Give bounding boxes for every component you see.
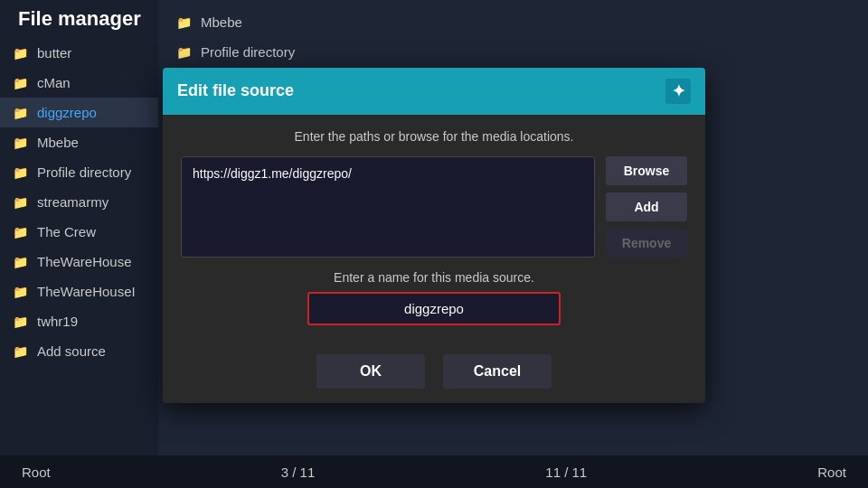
name-input[interactable]	[307, 292, 561, 325]
modal-overlay: Edit file source ✦ Enter the paths or br…	[0, 0, 868, 488]
modal-title: Edit file source	[177, 81, 294, 100]
name-section: Enter a name for this media source.	[181, 270, 687, 325]
name-label: Enter a name for this media source.	[181, 270, 687, 285]
cancel-button[interactable]: Cancel	[443, 354, 552, 389]
url-value: https://diggz1.me/diggzrepo/	[193, 166, 352, 181]
modal-description: Enter the paths or browse for the media …	[181, 129, 687, 144]
name-input-wrapper	[181, 292, 687, 325]
media-location-row: https://diggz1.me/diggzrepo/ Browse Add …	[181, 156, 687, 258]
modal-close-button[interactable]: ✦	[665, 79, 691, 104]
add-button[interactable]: Add	[606, 192, 687, 221]
kodi-icon: ✦	[672, 81, 685, 101]
modal-body: Enter the paths or browse for the media …	[163, 115, 705, 340]
edit-file-source-modal: Edit file source ✦ Enter the paths or br…	[163, 68, 705, 403]
modal-footer: OK Cancel	[163, 340, 705, 403]
url-display[interactable]: https://diggz1.me/diggzrepo/	[181, 156, 595, 258]
media-buttons: Browse Add Remove	[606, 156, 687, 258]
modal-header: Edit file source ✦	[163, 68, 705, 115]
browse-button[interactable]: Browse	[606, 156, 687, 185]
ok-button[interactable]: OK	[316, 354, 425, 389]
remove-button[interactable]: Remove	[606, 229, 687, 258]
